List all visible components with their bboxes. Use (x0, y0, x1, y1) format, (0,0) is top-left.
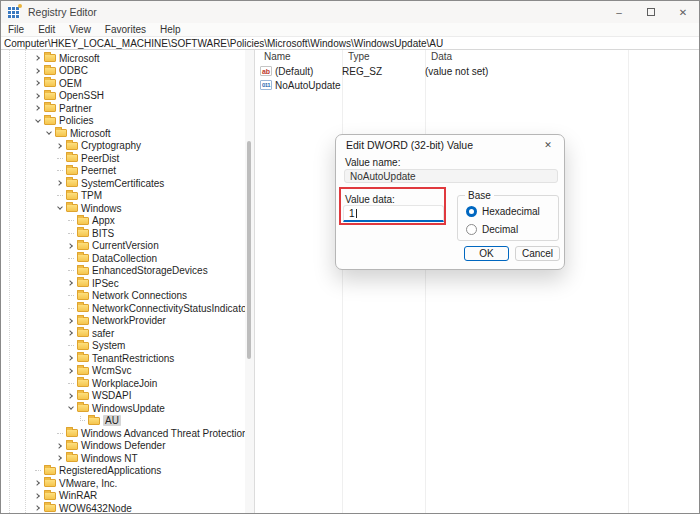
tree-item-label: WinRAR (59, 490, 97, 501)
column-header-name[interactable]: Name (264, 51, 291, 62)
main-area: MicrosoftODBCOEMOpenSSHPartnerPoliciesMi… (1, 50, 699, 513)
chevron-right-icon[interactable] (67, 355, 73, 361)
chevron-down-icon[interactable] (57, 204, 63, 210)
menu-view[interactable]: View (62, 24, 98, 35)
chevron-right-icon[interactable] (67, 393, 73, 399)
tree-item-windows-nt[interactable]: Windows NT (1, 452, 244, 465)
tree-item-label: Policies (59, 115, 93, 126)
column-divider[interactable] (425, 50, 426, 513)
tree-item-label: WcmSvc (92, 365, 131, 376)
chevron-right-icon[interactable] (56, 455, 62, 461)
tree-item-peerdist[interactable]: PeerDist (1, 152, 244, 165)
tree-item-microsoft[interactable]: Microsoft (1, 52, 244, 65)
column-divider[interactable] (628, 50, 629, 513)
tree-item-ipsec[interactable]: IPSec (1, 277, 244, 290)
menu-favorites[interactable]: Favorites (98, 24, 153, 35)
tree-item-openssh[interactable]: OpenSSH (1, 90, 244, 103)
chevron-down-icon[interactable] (35, 117, 41, 123)
address-bar[interactable]: Computer\HKEY_LOCAL_MACHINE\SOFTWARE\Pol… (1, 37, 699, 50)
chevron-right-icon[interactable] (67, 330, 73, 336)
tree-item-registeredapplications[interactable]: RegisteredApplications (1, 465, 244, 478)
value-row-noautoupdate[interactable]: 011NoAutoUpdate (256, 78, 699, 92)
minimize-button[interactable]: – (603, 1, 635, 23)
menu-edit[interactable]: Edit (31, 24, 62, 35)
value-type: REG_SZ (342, 66, 425, 77)
close-button[interactable]: ✕ (667, 1, 699, 23)
chevron-right-icon[interactable] (67, 368, 73, 374)
tree-dash-connector (57, 433, 63, 434)
tree-item-windows-defender[interactable]: Windows Defender (1, 440, 244, 453)
folder-icon (66, 204, 78, 212)
tree-item-tenantrestrictions[interactable]: TenantRestrictions (1, 352, 244, 365)
tree-item-systemcertificates[interactable]: SystemCertificates (1, 177, 244, 190)
tree-item-winrar[interactable]: WinRAR (1, 490, 244, 503)
chevron-right-icon[interactable] (34, 80, 40, 86)
tree-item-partner[interactable]: Partner (1, 102, 244, 115)
tree-scrollbar-thumb[interactable] (247, 141, 251, 359)
registry-editor-window: Registry Editor – ✕ FileEditViewFavorite… (0, 0, 700, 514)
tree-item-windows[interactable]: Windows (1, 202, 244, 215)
chevron-down-icon[interactable] (46, 129, 52, 135)
chevron-right-icon[interactable] (67, 280, 73, 286)
tree-item-peernet[interactable]: Peernet (1, 165, 244, 178)
column-header-type[interactable]: Type (348, 51, 370, 62)
dialog-close-icon[interactable]: ✕ (541, 138, 555, 152)
tree-item-cryptography[interactable]: Cryptography (1, 140, 244, 153)
tree-item-label: Windows NT (81, 453, 138, 464)
chevron-right-icon[interactable] (34, 105, 40, 111)
tree-item-workplacejoin[interactable]: WorkplaceJoin (1, 377, 244, 390)
tree-item-odbc[interactable]: ODBC (1, 65, 244, 78)
tree-item-bits[interactable]: BITS (1, 227, 244, 240)
tree-item-wow6432node[interactable]: WOW6432Node (1, 502, 244, 513)
value-row--default-[interactable]: ab(Default)REG_SZ(value not set) (256, 64, 699, 78)
tree-item-oem[interactable]: OEM (1, 77, 244, 90)
radio-hexadecimal[interactable]: Hexadecimal (466, 206, 540, 217)
tree-item-networkconnectivitystatusindicator[interactable]: NetworkConnectivityStatusIndicator (1, 302, 244, 315)
chevron-right-icon[interactable] (67, 318, 73, 324)
cancel-button[interactable]: Cancel (515, 246, 560, 261)
chevron-right-icon[interactable] (67, 243, 73, 249)
tree-item-vmware-inc-[interactable]: VMware, Inc. (1, 477, 244, 490)
tree-item-windows-advanced-threat-protection[interactable]: Windows Advanced Threat Protection (1, 427, 244, 440)
tree-item-wsdapi[interactable]: WSDAPI (1, 390, 244, 403)
tree-item-label: OEM (59, 78, 82, 89)
chevron-right-icon[interactable] (34, 493, 40, 499)
column-divider[interactable] (342, 50, 343, 513)
tree-item-au[interactable]: AU (1, 415, 244, 428)
tree-item-policies[interactable]: Policies (1, 115, 244, 128)
tree-item-tpm[interactable]: TPM (1, 190, 244, 203)
chevron-down-icon[interactable] (68, 404, 74, 410)
registry-editor-icon (8, 6, 20, 18)
chevron-right-icon[interactable] (34, 480, 40, 486)
radio-unselected-icon[interactable] (466, 224, 477, 235)
radio-decimal[interactable]: Decimal (466, 224, 518, 235)
menu-help[interactable]: Help (153, 24, 188, 35)
radio-selected-icon[interactable] (466, 206, 477, 217)
chevron-right-icon[interactable] (34, 55, 40, 61)
tree-item-datacollection[interactable]: DataCollection (1, 252, 244, 265)
ok-button[interactable]: OK (464, 246, 509, 261)
tree-item-windowsupdate[interactable]: WindowsUpdate (1, 402, 244, 415)
tree-item-label: Windows (81, 203, 122, 214)
tree-item-currentversion[interactable]: CurrentVersion (1, 240, 244, 253)
tree-item-enhancedstoragedevices[interactable]: EnhancedStorageDevices (1, 265, 244, 278)
chevron-right-icon[interactable] (56, 180, 62, 186)
tree-item-networkprovider[interactable]: NetworkProvider (1, 315, 244, 328)
chevron-right-icon[interactable] (34, 93, 40, 99)
chevron-right-icon[interactable] (34, 505, 40, 511)
column-header-data[interactable]: Data (431, 51, 452, 62)
tree-item-wcmsvc[interactable]: WcmSvc (1, 365, 244, 378)
value-name-field[interactable]: NoAutoUpdate (344, 169, 558, 183)
chevron-right-icon[interactable] (34, 68, 40, 74)
tree-item-microsoft[interactable]: Microsoft (1, 127, 244, 140)
tree-item-safer[interactable]: safer (1, 327, 244, 340)
chevron-right-icon[interactable] (56, 443, 62, 449)
chevron-right-icon[interactable] (56, 143, 62, 149)
menu-file[interactable]: File (1, 24, 31, 35)
maximize-button[interactable] (635, 1, 667, 23)
tree-item-appx[interactable]: Appx (1, 215, 244, 228)
tree-item-system[interactable]: System (1, 340, 244, 353)
tree-item-network-connections[interactable]: Network Connections (1, 290, 244, 303)
value-data-input[interactable]: 1 (343, 205, 444, 222)
tree-scrollbar[interactable] (245, 50, 254, 513)
